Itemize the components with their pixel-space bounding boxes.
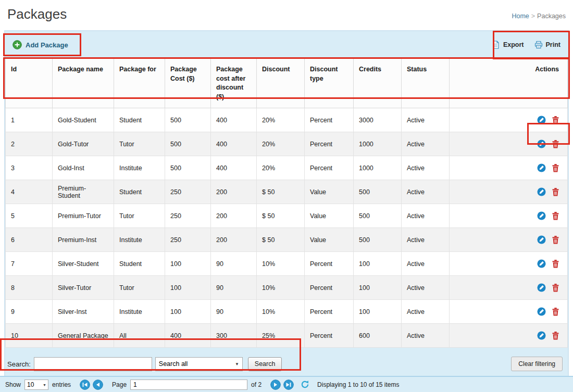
delete-icon[interactable] bbox=[552, 212, 559, 220]
cell-credits: 100 bbox=[354, 300, 402, 324]
delete-icon[interactable] bbox=[552, 260, 559, 268]
column-header-package-for: Package for bbox=[114, 59, 165, 108]
cell-discount: 10% bbox=[257, 276, 305, 300]
edit-icon[interactable] bbox=[537, 211, 546, 220]
cell-id: 2 bbox=[6, 132, 53, 156]
page-number-input[interactable] bbox=[130, 380, 247, 390]
search-label: Search: bbox=[7, 360, 31, 368]
cell-package-for: Tutor bbox=[114, 276, 165, 300]
cell-package-name: Silver-Inst bbox=[53, 300, 114, 324]
cell-credits: 100 bbox=[354, 276, 402, 300]
page-size-select[interactable]: 10 bbox=[24, 380, 48, 390]
add-package-button[interactable]: Add Package bbox=[13, 40, 68, 49]
cell-discount-type: Value bbox=[305, 228, 354, 252]
table-header-row: Id Package name Package for Package Cost… bbox=[6, 59, 568, 108]
cell-package-cost: 500 bbox=[165, 156, 211, 180]
clear-filtering-button[interactable]: Clear filtering bbox=[511, 357, 563, 371]
delete-icon[interactable] bbox=[552, 308, 559, 316]
cell-credits: 500 bbox=[354, 180, 402, 204]
delete-icon[interactable] bbox=[552, 164, 559, 172]
cell-discount-type: Value bbox=[305, 204, 354, 228]
add-package-label: Add Package bbox=[26, 41, 68, 49]
search-field-select[interactable]: Search all bbox=[155, 357, 243, 371]
delete-icon[interactable] bbox=[552, 284, 559, 292]
print-icon bbox=[534, 41, 543, 49]
column-header-status: Status bbox=[402, 59, 450, 108]
edit-icon[interactable] bbox=[537, 259, 546, 268]
print-button[interactable]: Print bbox=[534, 41, 560, 49]
cell-actions bbox=[450, 300, 568, 324]
cell-package-name: Gold-Inst bbox=[53, 156, 114, 180]
cell-credits: 1000 bbox=[354, 156, 402, 180]
search-panel: Search: Search all Search Clear filterin… bbox=[5, 348, 568, 380]
first-page-icon[interactable] bbox=[80, 380, 90, 390]
cell-discount-type: Percent bbox=[305, 252, 354, 276]
cell-actions bbox=[450, 324, 568, 348]
edit-icon[interactable] bbox=[537, 116, 546, 124]
table-row: 6 Premium-Inst Institute 250 200 $ 50 Va… bbox=[6, 228, 568, 252]
table-row: 1 Gold-Student Student 500 400 20% Perce… bbox=[6, 108, 568, 132]
table-row: 8 Silver-Tutor Tutor 100 90 10% Percent … bbox=[6, 276, 568, 300]
pagination-prev-group bbox=[80, 380, 103, 390]
column-header-cost-after-discount: Package cost after discount ($) bbox=[211, 59, 257, 108]
cell-discount: $ 50 bbox=[257, 204, 305, 228]
cell-discount-type: Percent bbox=[305, 132, 354, 156]
breadcrumb: Home>Packages bbox=[512, 12, 566, 20]
cell-status: Active bbox=[402, 108, 450, 132]
breadcrumb-home-link[interactable]: Home bbox=[512, 12, 529, 20]
cell-discount: $ 50 bbox=[257, 228, 305, 252]
edit-icon[interactable] bbox=[537, 140, 546, 148]
refresh-icon[interactable] bbox=[301, 380, 309, 389]
page-header: Packages Home>Packages bbox=[0, 0, 573, 30]
cell-actions bbox=[450, 108, 568, 132]
edit-icon[interactable] bbox=[537, 163, 546, 172]
cell-package-name: Premium-Student bbox=[53, 180, 114, 204]
show-label: Show bbox=[5, 381, 21, 388]
edit-icon[interactable] bbox=[537, 283, 546, 292]
edit-icon[interactable] bbox=[537, 187, 546, 196]
table-row: 7 Silver-Student Student 100 90 10% Perc… bbox=[6, 252, 568, 276]
cell-package-cost: 250 bbox=[165, 228, 211, 252]
next-page-icon[interactable] bbox=[270, 380, 281, 390]
cell-package-for: Student bbox=[114, 180, 165, 204]
breadcrumb-current: Packages bbox=[537, 12, 566, 20]
cell-discount-type: Percent bbox=[305, 300, 354, 324]
cell-actions bbox=[450, 156, 568, 180]
toolbar: Add Package Export bbox=[5, 31, 568, 58]
delete-icon[interactable] bbox=[552, 188, 559, 196]
edit-icon[interactable] bbox=[537, 331, 546, 340]
cell-package-for: All bbox=[114, 324, 165, 348]
last-page-icon[interactable] bbox=[283, 380, 294, 390]
edit-icon[interactable] bbox=[537, 235, 546, 244]
cell-discount: 10% bbox=[257, 300, 305, 324]
cell-discount-type: Percent bbox=[305, 108, 354, 132]
cell-package-name: General Package bbox=[53, 324, 114, 348]
cell-discount: 10% bbox=[257, 252, 305, 276]
table-container: Add Package Export bbox=[4, 30, 569, 381]
previous-page-icon[interactable] bbox=[93, 380, 103, 390]
delete-icon[interactable] bbox=[552, 236, 559, 244]
cell-package-cost: 100 bbox=[165, 276, 211, 300]
cell-status: Active bbox=[402, 300, 450, 324]
column-header-id: Id bbox=[6, 59, 53, 108]
cell-discount: 20% bbox=[257, 108, 305, 132]
cell-package-cost: 100 bbox=[165, 252, 211, 276]
search-button[interactable]: Search bbox=[248, 357, 282, 371]
cell-credits: 3000 bbox=[354, 108, 402, 132]
packages-page: Packages Home>Packages Add Package bbox=[0, 0, 573, 392]
export-button[interactable]: Export bbox=[492, 41, 524, 49]
page-label: Page bbox=[112, 381, 127, 388]
edit-icon[interactable] bbox=[537, 307, 546, 316]
page-title: Packages bbox=[7, 6, 67, 22]
table-row: 10 General Package All 400 300 25% Perce… bbox=[6, 324, 568, 348]
column-header-discount: Discount bbox=[257, 59, 305, 108]
column-header-package-name: Package name bbox=[53, 59, 114, 108]
search-input[interactable] bbox=[34, 357, 152, 371]
delete-icon[interactable] bbox=[552, 116, 559, 124]
delete-icon[interactable] bbox=[552, 332, 559, 340]
delete-icon[interactable] bbox=[552, 140, 559, 148]
page-size-select-wrap: 10 bbox=[24, 380, 48, 390]
cell-package-name: Gold-Tutor bbox=[53, 132, 114, 156]
table-head: Id Package name Package for Package Cost… bbox=[6, 59, 568, 108]
cell-status: Active bbox=[402, 156, 450, 180]
